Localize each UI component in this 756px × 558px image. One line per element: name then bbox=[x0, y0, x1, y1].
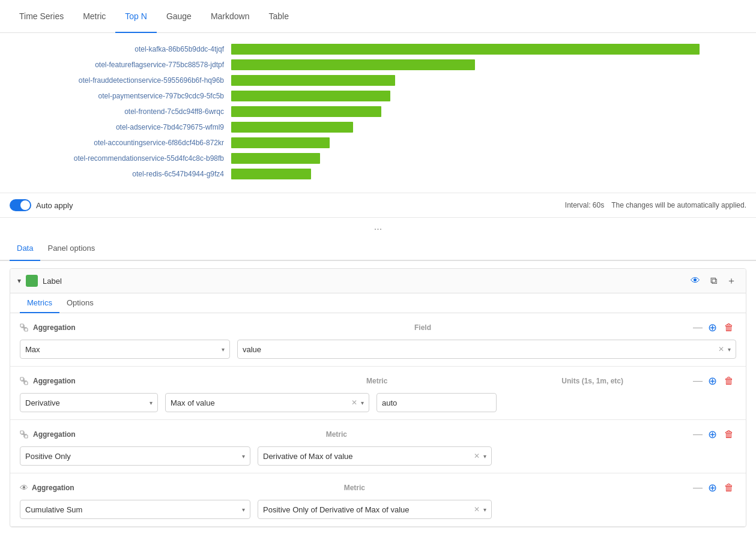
add-metric-4[interactable]: ⊕ bbox=[705, 481, 719, 495]
bar-track: 9.60 bbox=[231, 169, 756, 179]
agg-label-3: Aggregation bbox=[33, 430, 175, 439]
query-sub-tab-options[interactable]: Options bbox=[59, 293, 101, 313]
aggregation-arrow-3: ▾ bbox=[242, 453, 245, 460]
tab-gauge[interactable]: Gauge bbox=[157, 0, 201, 33]
more-options-row[interactable]: ... bbox=[0, 218, 756, 236]
eye-hidden-icon-4: 👁 bbox=[20, 483, 28, 493]
field-select-1[interactable]: value ✕ ▾ bbox=[237, 340, 736, 359]
tab-top-n[interactable]: Top N bbox=[115, 0, 157, 33]
collapse-metric-2[interactable]: — bbox=[693, 376, 703, 386]
add-metric-1[interactable]: ⊕ bbox=[705, 320, 719, 335]
metric-row-4-header: 👁 Aggregation Metric — ⊕ 🗑 bbox=[20, 481, 736, 495]
metric-row-4-fields: Cumulative Sum ▾ Positive Only of Deriva… bbox=[20, 500, 736, 519]
bar-label: otel-recommendationservice-55d4fc4c8c-b9… bbox=[0, 154, 231, 163]
metric-label-2: Metric bbox=[364, 377, 390, 385]
query-color-swatch[interactable] bbox=[26, 275, 38, 287]
bar-row: otel-recommendationservice-55d4fc4c8c-b9… bbox=[0, 152, 756, 165]
bar-row: otel-paymentservice-797bc9cdc9-5fc5b19.1… bbox=[0, 89, 756, 103]
aggregation-select-3[interactable]: Positive Only ▾ bbox=[20, 446, 250, 466]
bar-fill bbox=[231, 169, 311, 179]
query-label-input[interactable] bbox=[43, 277, 683, 286]
bar-label: otel-accountingservice-6f86dcf4b6-872kr bbox=[0, 139, 231, 147]
metric-row-2-header: Aggregation Metric Units (1s, 1m, etc) —… bbox=[20, 374, 736, 388]
copy-button[interactable]: ⧉ bbox=[706, 274, 721, 288]
delete-metric-4[interactable]: 🗑 bbox=[722, 481, 736, 495]
sub-tab-panel-options[interactable]: Panel options bbox=[40, 236, 102, 261]
svg-rect-0 bbox=[20, 324, 23, 327]
bar-row: otel-frauddetectionservice-5955696b6f-hq… bbox=[0, 74, 756, 87]
field-group-1: value ✕ ▾ bbox=[237, 340, 736, 359]
bar-track: 14.24 bbox=[231, 122, 756, 133]
query-sub-tab-metrics[interactable]: Metrics bbox=[20, 293, 59, 313]
field-arrow-1: ▾ bbox=[728, 346, 731, 353]
add-button[interactable]: ＋ bbox=[724, 274, 739, 288]
delete-metric-2[interactable]: 🗑 bbox=[722, 374, 736, 388]
query-card: ▾ 👁 ⧉ ＋ MetricsOptions bbox=[10, 268, 746, 527]
bar-row: otel-adservice-7bd4c79675-wfml914.24 bbox=[0, 121, 756, 134]
metric-row-4-actions: — ⊕ 🗑 bbox=[693, 481, 736, 495]
bar-row: otel-frontend-7c5dc94ff8-6wrqc17.56 bbox=[0, 105, 756, 118]
metric-arrow-2: ▾ bbox=[361, 400, 364, 406]
metric-section-2: Aggregation Metric Units (1s, 1m, etc) —… bbox=[10, 367, 746, 420]
metric-clear-4[interactable]: ✕ bbox=[474, 505, 480, 514]
metric-clear-3[interactable]: ✕ bbox=[474, 452, 480, 460]
metric-group-3: Derivative of Max of value ✕ ▾ bbox=[258, 446, 492, 466]
bar-fill bbox=[231, 44, 700, 55]
config-area: ▾ 👁 ⧉ ＋ MetricsOptions bbox=[0, 261, 756, 542]
auto-apply-toggle[interactable] bbox=[10, 199, 31, 211]
collapse-metric-4[interactable]: — bbox=[693, 482, 703, 493]
units-input-2[interactable]: auto bbox=[376, 393, 497, 412]
units-label-2: Units (1s, 1m, etc) bbox=[559, 377, 626, 385]
sub-tabs-bar: DataPanel options bbox=[0, 236, 756, 261]
link-icon-3 bbox=[20, 430, 28, 439]
metric-row-2-actions: — ⊕ 🗑 bbox=[693, 374, 736, 388]
tab-markdown[interactable]: Markdown bbox=[201, 0, 259, 33]
interval-label: Interval: 60s bbox=[565, 201, 604, 209]
field-label-1: Field bbox=[412, 323, 434, 332]
svg-rect-5 bbox=[25, 435, 28, 438]
sub-tab-data[interactable]: Data bbox=[10, 236, 40, 261]
metric-clear-2[interactable]: ✕ bbox=[351, 398, 357, 407]
aggregation-value-3: Positive Only bbox=[25, 452, 240, 461]
main-tabs-bar: Time SeriesMetricTop NGaugeMarkdownTable bbox=[0, 0, 756, 33]
collapse-metric-3[interactable]: — bbox=[693, 429, 703, 440]
aggregation-value-1: Max bbox=[25, 345, 219, 354]
metric-section-4: 👁 Aggregation Metric — ⊕ 🗑 Cumulative Su… bbox=[10, 473, 746, 527]
metric-row-1-actions: — ⊕ 🗑 bbox=[693, 320, 736, 335]
bar-row: otel-featureflagservice-775bc88578-jdtpf… bbox=[0, 58, 756, 71]
metric-select-4[interactable]: Positive Only of Derivative of Max of va… bbox=[258, 500, 492, 519]
delete-metric-3[interactable]: 🗑 bbox=[722, 427, 736, 442]
bar-fill bbox=[231, 75, 395, 86]
metric-select-2[interactable]: Max of value ✕ ▾ bbox=[165, 393, 369, 412]
metric-section-1: Aggregation Field — ⊕ 🗑 Max ▾ bbox=[10, 313, 746, 367]
aggregation-select-2[interactable]: Derivative ▾ bbox=[20, 393, 158, 412]
metric-row-3-actions: — ⊕ 🗑 bbox=[693, 427, 736, 442]
query-header: ▾ 👁 ⧉ ＋ bbox=[10, 269, 746, 293]
aggregation-select-4[interactable]: Cumulative Sum ▾ bbox=[20, 500, 250, 519]
metric-select-3[interactable]: Derivative of Max of value ✕ ▾ bbox=[258, 446, 492, 466]
svg-rect-3 bbox=[25, 382, 28, 385]
collapse-button[interactable]: ▾ bbox=[17, 277, 21, 285]
eye-toggle-button[interactable]: 👁 bbox=[688, 274, 703, 288]
metric-value-4: Positive Only of Derivative of Max of va… bbox=[263, 505, 474, 514]
aggregation-value-2: Derivative bbox=[25, 398, 147, 407]
add-metric-2[interactable]: ⊕ bbox=[705, 374, 719, 388]
bar-label: otel-adservice-7bd4c79675-wfml9 bbox=[0, 123, 231, 131]
tab-metric[interactable]: Metric bbox=[73, 0, 115, 33]
bar-fill bbox=[231, 59, 475, 70]
bar-track: 19.18 bbox=[231, 91, 756, 101]
tab-time-series[interactable]: Time Series bbox=[10, 0, 73, 33]
bar-fill bbox=[231, 91, 390, 101]
delete-metric-1[interactable]: 🗑 bbox=[722, 320, 736, 335]
metric-row-1-fields: Max ▾ value ✕ ▾ bbox=[20, 340, 736, 359]
aggregation-group-2: Derivative ▾ bbox=[20, 393, 158, 412]
metric-value-3: Derivative of Max of value bbox=[263, 452, 474, 461]
tab-table[interactable]: Table bbox=[259, 0, 298, 33]
collapse-metric-1[interactable]: — bbox=[693, 322, 703, 333]
units-group-2: auto bbox=[376, 393, 497, 412]
field-clear-1[interactable]: ✕ bbox=[718, 345, 724, 353]
aggregation-select-1[interactable]: Max ▾ bbox=[20, 340, 230, 359]
bar-track: 17.56 bbox=[231, 106, 756, 117]
more-options-icon[interactable]: ... bbox=[374, 221, 382, 232]
add-metric-3[interactable]: ⊕ bbox=[705, 427, 719, 442]
